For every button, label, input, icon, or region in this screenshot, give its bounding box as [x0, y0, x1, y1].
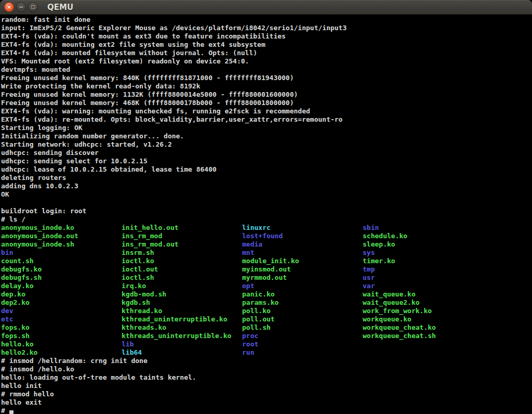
ls-entry: mnt — [242, 249, 363, 257]
terminal-line: adding dns 10.0.2.3 — [1, 182, 532, 190]
ls-entry: count.sh — [1, 257, 122, 265]
ls-entry: var — [363, 282, 375, 290]
ls-entry: etc — [1, 315, 122, 324]
ls-row: hello.kolibroot — [1, 340, 532, 348]
terminal-line: buildroot login: root — [1, 207, 532, 215]
terminal-line: Freeing unused kernel memory: 840K (ffff… — [1, 74, 532, 82]
terminal-line: Freeing unused kernel memory: 468K (ffff… — [1, 99, 532, 107]
ls-entry: workqueue_cheat.ko — [363, 324, 436, 332]
ls-entry: anonymous_inode.ko — [1, 224, 122, 232]
terminal-line: # rmmod hello — [1, 390, 532, 398]
terminal-line: EXT4-fs (vda): mounting ext2 file system… — [1, 41, 532, 49]
terminal-line: # insmod /hellrandom: crng init done — [1, 357, 532, 365]
ls-entry: run — [242, 348, 363, 357]
minimize-icon: − — [19, 4, 23, 10]
terminal-line: udhcpc: lease of 10.0.2.15 obtained, lea… — [1, 165, 532, 174]
ls-row: debugfs.koioctl.outmyinsmod.outtmp — [1, 265, 532, 274]
ls-entry: kthreads_uninterruptible.ko — [122, 332, 242, 340]
maximize-button[interactable]: □ — [28, 2, 38, 12]
ls-entry: bin — [1, 249, 122, 257]
terminal-line: udhcpc: sending select for 10.0.2.15 — [1, 157, 532, 165]
ls-row: anonymous_inode.koinit_hello.outlinuxrcs… — [1, 224, 532, 232]
ls-row: anonymous_inode.outins_rm_modlost+founds… — [1, 232, 532, 240]
ls-entry: debugfs.ko — [1, 265, 122, 274]
ls-entry: opt — [242, 282, 363, 290]
terminal-line — [1, 199, 532, 207]
ls-entry: workqueue.ko — [363, 315, 411, 324]
terminal-line: devtmpfs: mounted — [1, 66, 532, 74]
window-title: QEMU — [47, 3, 73, 12]
terminal-line: VFS: Mounted root (ext2 filesystem) read… — [1, 57, 532, 66]
ls-entry: ioctl.sh — [122, 274, 242, 282]
terminal-line: hello: loading out-of-tree module taints… — [1, 373, 532, 382]
ls-entry: myinsmod.out — [242, 265, 363, 274]
ls-entry: linuxrc — [242, 224, 363, 232]
shell-prompt: # — [1, 407, 9, 414]
ls-entry: init_hello.out — [122, 224, 242, 232]
ls-entry: kgdb.sh — [122, 299, 242, 307]
ls-row: fops.shkthreads_uninterruptible.koprocwo… — [1, 332, 532, 340]
ls-entry: ioctl.out — [122, 265, 242, 274]
terminal-line: OK — [1, 190, 532, 199]
ls-entry: myrmmod.out — [242, 274, 363, 282]
terminal-line: Write protecting the kernel read-only da… — [1, 82, 532, 90]
ls-entry: dep2.ko — [1, 299, 122, 307]
ls-entry: tmp — [363, 265, 375, 274]
ls-row: dep.kokgdb-mod.shpanic.kowait_queue.ko — [1, 290, 532, 299]
ls-row: fops.kokthreads.kopoll.shworkqueue_cheat… — [1, 324, 532, 332]
terminal-line: Freeing unused kernel memory: 1132K (fff… — [1, 90, 532, 99]
titlebar[interactable]: × − □ QEMU — [0, 0, 532, 15]
maximize-icon: □ — [31, 5, 35, 9]
ls-entry: kthread.ko — [122, 307, 242, 315]
terminal-line: input: ImExPS/2 Generic Explorer Mouse a… — [1, 24, 532, 32]
ls-entry: params.ko — [242, 299, 363, 307]
ls-row: count.shioctl.komodule_init.kotimer.ko — [1, 257, 532, 265]
ls-entry: wait_queue.ko — [363, 290, 416, 299]
ls-entry: ins_rm_mod — [122, 232, 242, 240]
ls-row: devkthread.kopoll.kowork_from_work.ko — [1, 307, 532, 315]
ls-entry: irq.ko — [122, 282, 242, 290]
ls-entry: poll.sh — [242, 324, 363, 332]
ls-entry: kthread_uninterruptible.ko — [122, 315, 242, 324]
minimize-button[interactable]: − — [16, 2, 26, 12]
ls-entry: dep.ko — [1, 290, 122, 299]
ls-row: etckthread_uninterruptible.kopoll.outwor… — [1, 315, 532, 324]
ls-entry: lib — [122, 340, 242, 348]
terminal-line: # ls / — [1, 215, 532, 224]
ls-row: delay.koirq.kooptvar — [1, 282, 532, 290]
ls-entry: panic.ko — [242, 290, 363, 299]
terminal-screen[interactable]: random: fast init done input: ImExPS/2 G… — [0, 15, 532, 414]
ls-entry: delay.ko — [1, 282, 122, 290]
ls-row: hello2.kolib64run — [1, 348, 532, 357]
ls-entry: sys — [363, 249, 375, 257]
ls-entry: lost+found — [242, 232, 363, 240]
close-button[interactable]: × — [4, 2, 14, 12]
terminal-line: EXT4-fs (vda): couldn't mount as ext3 du… — [1, 32, 532, 41]
terminal-line: Starting network: udhcpc: started, v1.26… — [1, 140, 532, 149]
close-icon: × — [7, 4, 11, 10]
terminal-line: deleting routers — [1, 174, 532, 182]
terminal-line: EXT4-fs (vda): re-mounted. Opts: block_v… — [1, 115, 532, 124]
ls-entry: sleep.ko — [363, 240, 395, 249]
ls-entry: module_init.ko — [242, 257, 363, 265]
ls-entry: ins_rm_mod.out — [122, 240, 242, 249]
ls-entry: kgdb-mod.sh — [122, 290, 242, 299]
ls-entry: schedule.ko — [363, 232, 407, 240]
terminal-cursor — [9, 410, 14, 414]
ls-entry: fops.ko — [1, 324, 122, 332]
ls-entry: poll.out — [242, 315, 363, 324]
ls-entry: hello.ko — [1, 340, 122, 348]
ls-entry: lib64 — [122, 348, 242, 357]
ls-row: dep2.kokgdb.shparams.kowait_queue2.ko — [1, 299, 532, 307]
ls-entry: kthreads.ko — [122, 324, 242, 332]
ls-row: debugfs.shioctl.shmyrmmod.outusr — [1, 274, 532, 282]
ls-entry: workqueue_cheat.sh — [363, 332, 436, 340]
terminal-line: Initializing random number generator... … — [1, 132, 532, 140]
ls-entry: debugfs.sh — [1, 274, 122, 282]
ls-entry: timer.ko — [363, 257, 395, 265]
ls-entry: anonymous_inode.sh — [1, 240, 122, 249]
ls-entry: fops.sh — [1, 332, 122, 340]
ls-entry: work_from_work.ko — [363, 307, 432, 315]
terminal-line: EXT4-fs (vda): mounted filesystem withou… — [1, 49, 532, 57]
ls-entry: media — [242, 240, 363, 249]
